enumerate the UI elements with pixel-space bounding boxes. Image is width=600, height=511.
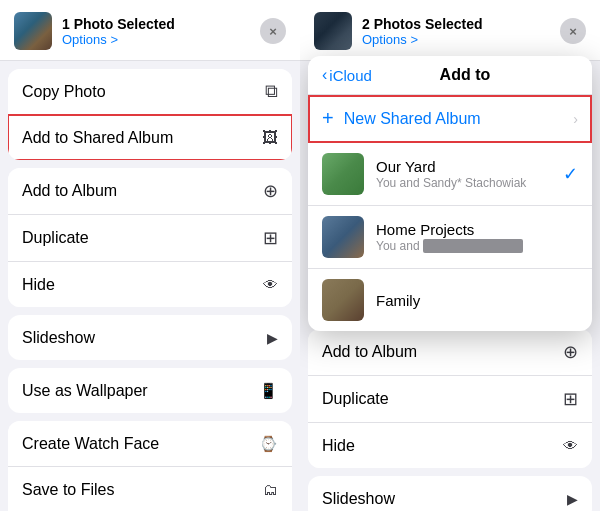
shared-album-dropdown: ‹ iCloud Add to + New Shared Album › Our… xyxy=(308,56,592,331)
right-section-1: Add to Album Duplicate Hide xyxy=(308,329,592,468)
r-hide-label: Hide xyxy=(322,437,355,455)
right-thumb xyxy=(314,12,352,50)
family-thumb xyxy=(322,279,364,321)
r-duplicate-item[interactable]: Duplicate xyxy=(308,376,592,423)
right-panel-options[interactable]: Options > xyxy=(362,32,550,47)
back-chevron-icon: ‹ xyxy=(322,66,327,84)
add-to-shared-album-item[interactable]: Add to Shared Album xyxy=(8,115,292,160)
wallpaper-label: Use as Wallpaper xyxy=(22,382,148,400)
right-menu-list: Add to Album Duplicate Hide Slideshow Cr… xyxy=(300,321,600,511)
album-family[interactable]: Family xyxy=(308,269,592,331)
right-thumb-image xyxy=(314,12,352,50)
family-info: Family xyxy=(376,292,578,309)
add-to-shared-album-label: Add to Shared Album xyxy=(22,129,173,147)
our-yard-subtitle: You and Sandy* Stachowiak xyxy=(376,176,563,190)
r-duplicate-label: Duplicate xyxy=(322,390,389,408)
r-slideshow-icon xyxy=(567,488,578,509)
our-yard-name: Our Yard xyxy=(376,158,563,175)
copy-photo-label: Copy Photo xyxy=(22,83,106,101)
our-yard-info: Our Yard You and Sandy* Stachowiak xyxy=(376,158,563,190)
dropdown-nav-bar: ‹ iCloud Add to xyxy=(308,56,592,95)
hide-item[interactable]: Hide xyxy=(8,262,292,307)
right-panel-header: 2 Photos Selected Options > × xyxy=(300,0,600,61)
copy-photo-item[interactable]: Copy Photo xyxy=(8,69,292,115)
hide-label: Hide xyxy=(22,276,55,294)
save-to-files-label: Save to Files xyxy=(22,481,114,499)
r-add-to-album-label: Add to Album xyxy=(322,343,417,361)
left-panel-options[interactable]: Options > xyxy=(62,32,250,47)
watch-face-label: Create Watch Face xyxy=(22,435,159,453)
add-album-icon xyxy=(263,180,278,202)
wallpaper-icon xyxy=(259,380,278,401)
our-yard-checkmark: ✓ xyxy=(563,163,578,185)
hide-icon xyxy=(263,274,278,295)
duplicate-item[interactable]: Duplicate xyxy=(8,215,292,262)
r-slideshow-label: Slideshow xyxy=(322,490,395,508)
r-add-album-icon xyxy=(563,341,578,363)
files-icon xyxy=(263,479,278,500)
left-header-info: 1 Photo Selected Options > xyxy=(62,16,250,47)
dropdown-back-button[interactable]: ‹ iCloud xyxy=(322,66,372,84)
album-home-projects[interactable]: Home Projects You and ••••••••@gmail.com xyxy=(308,206,592,269)
left-close-button[interactable]: × xyxy=(260,18,286,44)
shared-album-icon xyxy=(262,127,278,148)
home-projects-info: Home Projects You and ••••••••@gmail.com xyxy=(376,221,578,253)
duplicate-label: Duplicate xyxy=(22,229,89,247)
slideshow-icon xyxy=(267,327,278,348)
home-projects-thumb xyxy=(322,216,364,258)
watchface-icon xyxy=(259,433,278,454)
left-menu-list: Copy Photo Add to Shared Album Add to Al… xyxy=(0,61,300,511)
watch-face-item[interactable]: Create Watch Face xyxy=(8,421,292,467)
copy-icon xyxy=(265,81,278,102)
slideshow-item[interactable]: Slideshow xyxy=(8,315,292,360)
left-section-4: Use as Wallpaper xyxy=(8,368,292,413)
left-panel: 1 Photo Selected Options > × Copy Photo … xyxy=(0,0,300,511)
add-to-album-item[interactable]: Add to Album xyxy=(8,168,292,215)
new-shared-album-label: New Shared Album xyxy=(344,110,574,128)
new-shared-album-item[interactable]: + New Shared Album › xyxy=(308,95,592,143)
home-projects-subtitle: You and ••••••••@gmail.com xyxy=(376,239,578,253)
left-thumb xyxy=(14,12,52,50)
plus-icon: + xyxy=(322,107,334,130)
left-section-5: Create Watch Face Save to Files Assign t… xyxy=(8,421,292,511)
right-panel-title: 2 Photos Selected xyxy=(362,16,550,32)
left-section-1: Copy Photo Add to Shared Album xyxy=(8,69,292,160)
dropdown-title: Add to xyxy=(372,66,578,84)
right-panel: 2 Photos Selected Options > × ‹ iCloud A… xyxy=(300,0,600,511)
duplicate-icon xyxy=(263,227,278,249)
right-close-button[interactable]: × xyxy=(560,18,586,44)
home-projects-name: Home Projects xyxy=(376,221,578,238)
r-hide-item[interactable]: Hide xyxy=(308,423,592,468)
our-yard-thumb xyxy=(322,153,364,195)
r-slideshow-item[interactable]: Slideshow xyxy=(308,476,592,511)
left-panel-title: 1 Photo Selected xyxy=(62,16,250,32)
left-thumb-image xyxy=(14,12,52,50)
album-our-yard[interactable]: Our Yard You and Sandy* Stachowiak ✓ xyxy=(308,143,592,206)
r-duplicate-icon xyxy=(563,388,578,410)
r-add-to-album-item[interactable]: Add to Album xyxy=(308,329,592,376)
right-section-2: Slideshow xyxy=(308,476,592,511)
right-header-info: 2 Photos Selected Options > xyxy=(362,16,550,47)
save-to-files-item[interactable]: Save to Files xyxy=(8,467,292,511)
left-panel-header: 1 Photo Selected Options > × xyxy=(0,0,300,61)
slideshow-label: Slideshow xyxy=(22,329,95,347)
left-section-3: Slideshow xyxy=(8,315,292,360)
masked-email: ••••••••@gmail.com xyxy=(423,239,523,253)
r-hide-icon xyxy=(563,435,578,456)
dropdown-back-label: iCloud xyxy=(329,67,372,84)
add-to-album-label: Add to Album xyxy=(22,182,117,200)
wallpaper-item[interactable]: Use as Wallpaper xyxy=(8,368,292,413)
new-album-chevron-icon: › xyxy=(573,111,578,127)
family-name: Family xyxy=(376,292,578,309)
left-section-2: Add to Album Duplicate Hide xyxy=(8,168,292,307)
